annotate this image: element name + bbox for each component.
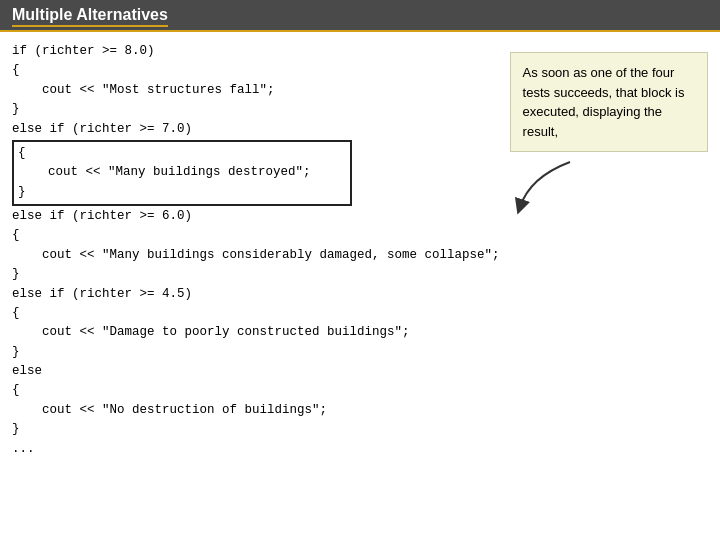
slide-header: Multiple Alternatives [0,0,720,32]
annotation-arrow [510,157,590,217]
code-line-6: else if (richter >= 6.0) [12,207,500,226]
code-line-5: else if (richter >= 7.0) [12,120,500,139]
hl-line-1: { [18,144,346,163]
slide-title: Multiple Alternatives [12,6,168,27]
highlighted-block: { cout << "Many buildings destroyed"; } [12,140,352,206]
code-line-4: } [12,100,500,119]
code-line-10: else if (richter >= 4.5) [12,285,500,304]
code-line-9: } [12,265,500,284]
code-line-14: else [12,362,500,381]
annotation-area: As soon as one of the four tests succeed… [510,42,708,459]
annotation-box: As soon as one of the four tests succeed… [510,52,708,152]
code-line-18: ... [12,440,500,459]
code-line-17: } [12,420,500,439]
code-line-13: } [12,343,500,362]
code-area: if (richter >= 8.0) { cout << "Most stru… [12,42,500,459]
code-line-7: { [12,226,500,245]
code-line-12: cout << "Damage to poorly constructed bu… [12,323,500,342]
code-line-8: cout << "Many buildings considerably dam… [12,246,500,265]
hl-line-2: cout << "Many buildings destroyed"; [18,163,346,182]
slide-content: if (richter >= 8.0) { cout << "Most stru… [0,32,720,469]
annotation-text: As soon as one of the four tests succeed… [523,65,685,139]
hl-line-3: } [18,183,346,202]
code-line-3: cout << "Most structures fall"; [12,81,500,100]
code-line-11: { [12,304,500,323]
code-line-15: { [12,381,500,400]
code-line-2: { [12,61,500,80]
code-line-1: if (richter >= 8.0) [12,42,500,61]
code-line-16: cout << "No destruction of buildings"; [12,401,500,420]
